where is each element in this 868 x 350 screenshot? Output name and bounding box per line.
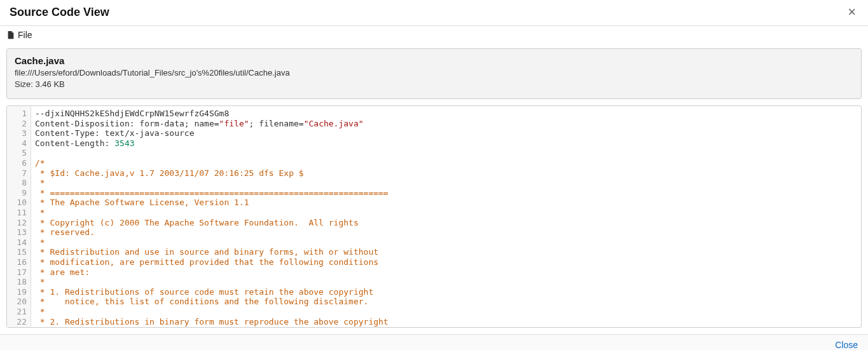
modal-title: Source Code View (10, 6, 109, 19)
code-line: * are met: (35, 267, 857, 278)
line-number: 6 (12, 158, 27, 168)
line-number: 21 (12, 307, 27, 317)
code-line: * (35, 238, 857, 248)
menu-bar: File (0, 26, 868, 46)
line-number: 18 (12, 277, 27, 287)
file-info-panel: Cache.java file:///Users/eford/Downloads… (6, 48, 862, 99)
code-line: Content-Length: 3543 (35, 138, 857, 149)
code-line: * Redistribution and use in source and b… (35, 247, 857, 257)
close-button[interactable]: Close (835, 340, 858, 350)
code-line: Content-Type: text/x-java-source (35, 128, 857, 138)
code-line: * Copyright (c) 2000 The Apache Software… (35, 218, 857, 228)
line-number: 9 (12, 188, 27, 198)
code-line: Content-Disposition: form-data; name="fi… (35, 119, 857, 129)
line-number: 7 (12, 168, 27, 178)
line-number: 8 (12, 178, 27, 188)
line-number: 17 (12, 267, 27, 278)
code-line (35, 148, 857, 158)
line-number: 13 (12, 227, 27, 238)
line-number: 15 (12, 247, 27, 257)
code-line: * The Apache Software License, Version 1… (35, 198, 857, 208)
code-line: * ======================================… (35, 188, 857, 198)
code-line: * (35, 277, 857, 287)
code-line: * modification, are permitted provided t… (35, 257, 857, 267)
modal-footer: Close (0, 334, 868, 350)
line-number: 10 (12, 198, 27, 208)
file-icon (6, 30, 15, 39)
line-number: 20 (12, 297, 27, 307)
file-name: Cache.java (15, 55, 853, 66)
code-line: * (35, 208, 857, 218)
line-number: 14 (12, 238, 27, 248)
code-line: * 2. Redistributions in binary form must… (35, 317, 857, 327)
file-menu-label: File (18, 30, 32, 40)
code-line: * (35, 178, 857, 188)
line-number: 2 (12, 119, 27, 129)
file-size: Size: 3.46 KB (15, 79, 853, 90)
code-body: --djxiNQHHS2kEShdjEWdCrpNW15ewrfzG4SGm8C… (31, 106, 861, 327)
code-line: /* (35, 158, 857, 168)
code-scroll-area[interactable]: 12345678910111213141516171819202122 --dj… (7, 106, 861, 327)
line-number: 19 (12, 287, 27, 297)
line-number: 16 (12, 257, 27, 267)
line-number: 5 (12, 148, 27, 158)
line-number: 11 (12, 208, 27, 218)
code-line: * 1. Redistributions of source code must… (35, 287, 857, 297)
code-viewer: 12345678910111213141516171819202122 --dj… (6, 105, 862, 328)
code-line: * $Id: Cache.java,v 1.7 2003/11/07 20:16… (35, 168, 857, 178)
line-number: 3 (12, 128, 27, 138)
close-icon[interactable]: × (845, 5, 858, 19)
code-line: * notice, this list of conditions and th… (35, 297, 857, 307)
modal-header: Source Code View × (0, 0, 868, 26)
line-number: 1 (12, 109, 27, 119)
line-number-gutter: 12345678910111213141516171819202122 (7, 106, 31, 327)
file-path: file:///Users/eford/Downloads/Tutorial_F… (15, 67, 853, 79)
line-number: 12 (12, 218, 27, 228)
line-number: 4 (12, 138, 27, 149)
code-line: --djxiNQHHS2kEShdjEWdCrpNW15ewrfzG4SGm8 (35, 109, 857, 119)
line-number: 22 (12, 317, 27, 327)
code-line: * (35, 307, 857, 317)
file-menu-button[interactable]: File (6, 30, 32, 40)
code-line: * reserved. (35, 227, 857, 238)
